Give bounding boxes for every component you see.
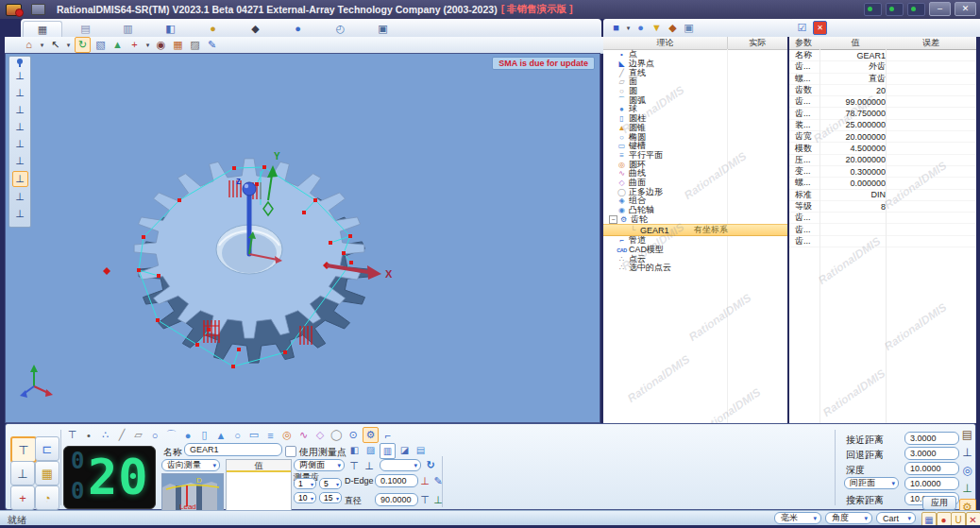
cylinder-icon[interactable]: ▯ [197,428,211,442]
filter-icon[interactable]: ▼ [650,21,664,35]
machine-status-icon-2[interactable] [886,3,904,16]
parameter-row[interactable]: 齿宽 20.000000 [789,131,976,143]
update-badge[interactable]: SMA is due for update [492,57,595,70]
parameter-row[interactable]: 标准 DIN [789,190,976,201]
ribbon-tab-2[interactable]: ▤ [64,20,107,37]
parameter-row[interactable]: 等级 8 [789,201,976,213]
apply-button[interactable]: 应用 [922,496,956,510]
doc-icon[interactable]: ▤ [960,427,975,442]
probe-green-icon[interactable]: ⊥ [960,481,975,496]
caliper-button[interactable]: ⊏ [35,436,59,461]
axes-icon[interactable]: + [127,38,142,52]
slot-icon[interactable]: ▭ [247,428,262,442]
minimize-button[interactable]: – [929,2,951,16]
machine-status-icon-1[interactable] [864,3,882,16]
coord-select[interactable]: Cart▾ [876,512,916,524]
ribbon-tab-5[interactable]: ● [192,20,234,37]
tooth-number-select[interactable]: 10▾ [294,492,316,503]
measure-point-icon[interactable]: ⊤ [65,428,79,442]
zoom-window-icon[interactable]: ▧ [93,38,108,52]
gap-input[interactable] [904,477,959,490]
angle-select[interactable]: 角度▾ [825,512,872,524]
monitor-icon[interactable]: ▣ [682,21,696,35]
flank-side-select[interactable]: 两侧面▾ [294,459,345,471]
close-panel-icon[interactable]: ✕ [813,21,827,35]
probe-mode-3[interactable]: ⊥ [13,103,27,117]
axes-setup-button[interactable]: + [10,485,35,510]
feature-cube-dropdown[interactable]: ▾ [625,21,632,35]
ribbon-tab-3[interactable]: ▥ [107,20,149,37]
tree-item[interactable]: ∴ 选中的点云 [603,264,787,273]
markup-icon[interactable]: ✎ [205,38,219,52]
viewport-3d[interactable]: z Y X [5,53,600,423]
gap-face-select[interactable]: 间距面▾ [844,477,899,489]
close-button[interactable]: ✕ [955,2,976,16]
mini-tab-5[interactable]: ▤ [414,443,428,457]
tree-column-actual[interactable]: 实际 [728,37,787,49]
ribbon-tab-9[interactable]: ▣ [362,20,404,37]
parameter-row[interactable]: 变... 0.300000 [789,166,976,178]
approach-input[interactable] [904,432,959,445]
tooth-number-select[interactable]: 15▾ [319,492,342,503]
feature-cube-icon[interactable]: ■ [609,21,623,35]
parameter-row[interactable]: 齿... 99.000000 [789,96,976,108]
probe-mode-2[interactable]: ⊥ [13,86,27,100]
tree-item[interactable]: − ⚙ 齿轮 [603,214,787,224]
value-column[interactable]: 值 [825,37,886,49]
probe-cube-button[interactable]: ⊤ [10,436,37,463]
value-list[interactable]: 值 [226,459,292,511]
units-select[interactable]: 毫米▾ [774,512,821,524]
tools-button[interactable]: ◔ [35,485,59,510]
probe-mode-6[interactable]: ⊥ [13,154,27,168]
parameter-row[interactable]: 齿... 外齿 [789,61,976,73]
parameter-row[interactable]: 齿... [789,236,976,247]
parameter-row[interactable]: 齿... 78.750000 [789,108,976,119]
fit-view-icon[interactable]: ▲ [110,38,125,52]
probe-mode-9[interactable]: ⊥ [13,207,27,221]
parallel-planes-icon[interactable]: ≡ [263,428,278,442]
parameter-row[interactable]: 齿数 20 [789,85,976,96]
mini-tab-2[interactable]: ▨ [363,443,378,457]
probe-mode-1[interactable]: ⊥ [13,69,27,83]
pin-icon[interactable] [17,59,23,64]
d-edge-input[interactable] [375,474,418,487]
parameter-row[interactable]: 齿... [789,224,976,235]
pipe-icon[interactable]: ⌐ [381,428,396,442]
rotate-view-icon[interactable]: ↻ [75,37,91,53]
check-icon[interactable]: ☑ [795,21,809,35]
eye-icon[interactable]: ◉ [154,38,168,52]
ribbon-tab-6[interactable]: ◆ [234,20,277,37]
ribbon-tab-7[interactable]: ● [277,20,319,37]
probe-icon[interactable]: ⊥ [960,445,975,460]
parameter-row[interactable]: 名称 GEAR1 [789,50,976,61]
ribbon-tab-8[interactable]: ◴ [319,20,362,37]
ribbon-tab-1[interactable]: ▦ [23,21,62,37]
torus-icon[interactable]: ◎ [280,428,295,442]
sphere-icon[interactable]: ● [181,428,195,442]
tooth-number-select[interactable]: 1▾ [294,478,316,489]
cursor-dropdown[interactable]: ▾ [65,38,72,52]
probe-t-icon[interactable]: ⊤ [347,459,361,472]
select-cursor-icon[interactable]: ↖ [48,38,62,52]
probe-dir-icon[interactable]: ⊤ [418,493,431,506]
mini-tab-3[interactable]: ▥ [380,443,396,459]
mini-tab-4[interactable]: ◪ [397,443,412,457]
z-axis-handle[interactable] [243,182,256,196]
ribbon-tab-4[interactable]: ◧ [149,20,192,37]
gear-icon[interactable]: ⚙ [363,427,379,443]
probe-button[interactable]: ⊥ [10,461,35,485]
use-points-checkbox[interactable] [285,446,296,457]
line-icon[interactable]: ╱ [115,428,129,442]
calibration-button[interactable]: ▦ [35,461,59,485]
edit-icon[interactable]: ✎ [431,474,445,487]
probe-red-icon[interactable]: ⊥ [418,474,431,487]
diameter-input[interactable] [375,493,418,506]
boundary-point-icon[interactable]: ∴ [98,428,112,442]
machine-status-icon-3[interactable] [907,3,925,16]
probe-mode-7[interactable]: ⊥ [12,171,28,187]
refresh-icon[interactable]: ↻ [424,458,437,471]
parameter-row[interactable]: 螺... 直齿 [789,74,976,85]
curve-icon[interactable]: ∿ [296,428,311,442]
depth-input[interactable] [904,462,959,475]
probe-mode-5[interactable]: ⊥ [13,137,27,151]
